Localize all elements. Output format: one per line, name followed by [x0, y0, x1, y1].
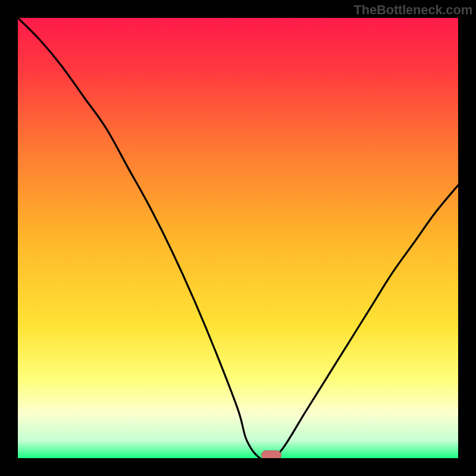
optimal-marker [261, 450, 281, 458]
curve-svg [18, 18, 458, 458]
bottleneck-curve-line [18, 18, 458, 458]
attribution-text: TheBottleneck.com [353, 2, 472, 18]
plot-area [18, 18, 458, 458]
chart-frame: TheBottleneck.com [0, 0, 476, 476]
